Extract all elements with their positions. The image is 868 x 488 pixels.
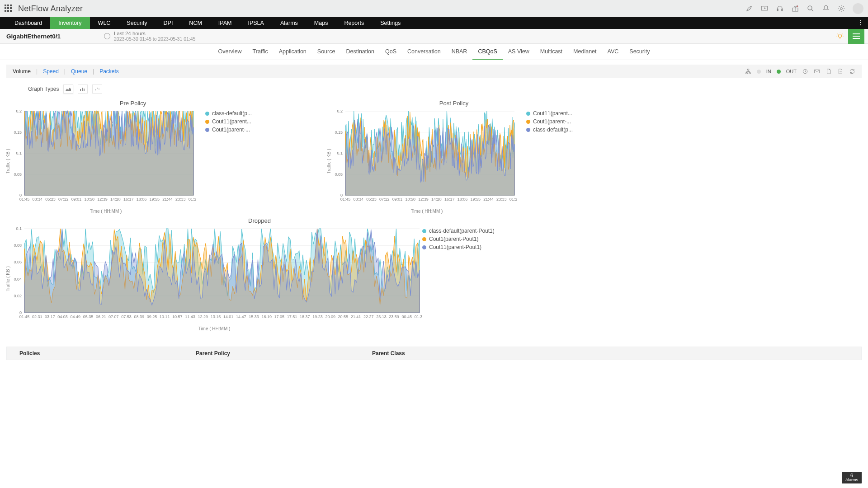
chart-post-policy: Post Policy Traffic ( KB )00.050.10.150.…: [327, 96, 580, 214]
tab-as-view[interactable]: AS View: [503, 44, 535, 60]
legend-label: Cout1(parent-Pout1): [429, 236, 478, 242]
area-chart-icon[interactable]: [63, 84, 73, 94]
chart-title: Post Policy: [327, 100, 580, 107]
toolbar-volume[interactable]: Volume: [13, 68, 31, 75]
svg-point-6: [840, 8, 843, 10]
svg-text:20:55: 20:55: [338, 314, 349, 319]
gear-icon[interactable]: [837, 5, 845, 13]
nav-ncm[interactable]: NCM: [181, 17, 210, 29]
svg-text:01:45: 01:45: [19, 314, 30, 319]
svg-text:07:53: 07:53: [121, 314, 132, 319]
legend-swatch: [422, 245, 426, 249]
legend-swatch: [526, 120, 530, 124]
svg-text:03:17: 03:17: [45, 314, 55, 319]
hierarchy-icon[interactable]: [745, 68, 751, 75]
legend-label: class-default(p...: [533, 127, 573, 133]
chart-title: Dropped: [6, 217, 513, 224]
svg-text:0.1: 0.1: [16, 226, 22, 231]
apps-grid-icon[interactable]: [5, 5, 13, 13]
gift-icon[interactable]: [791, 5, 799, 13]
tab-medianet[interactable]: Medianet: [568, 44, 602, 60]
svg-text:0.1: 0.1: [16, 151, 22, 155]
legend-item[interactable]: Cout11(parent...: [205, 118, 259, 125]
legend-swatch: [526, 112, 530, 116]
legend-label: Cout1(parent-...: [533, 118, 571, 125]
in-label: IN: [766, 69, 771, 74]
nav-wlc[interactable]: WLC: [90, 17, 119, 29]
nav-maps[interactable]: Maps: [306, 17, 336, 29]
svg-text:0.06: 0.06: [14, 260, 22, 264]
svg-text:04:03: 04:03: [57, 314, 68, 319]
col-parent-class[interactable]: Parent Class: [359, 350, 861, 357]
tab-cbqos[interactable]: CBQoS: [472, 44, 502, 60]
user-avatar[interactable]: [853, 3, 863, 14]
col-parent-policy[interactable]: Parent Policy: [183, 350, 359, 357]
tab-avc[interactable]: AVC: [602, 44, 624, 60]
toolbar-packets[interactable]: Packets: [99, 68, 119, 75]
nav-alarms[interactable]: Alarms: [272, 17, 306, 29]
svg-text:19:55: 19:55: [470, 197, 481, 202]
legend-item[interactable]: class-default(parent-Pout1): [422, 228, 513, 234]
legend-item[interactable]: Cout1(parent-...: [526, 118, 580, 125]
tab-conversation[interactable]: Conversation: [402, 44, 446, 60]
tab-nbar[interactable]: NBAR: [446, 44, 473, 60]
time-range[interactable]: Last 24 hours 2023-05-30 01:45 to 2023-0…: [104, 31, 195, 42]
svg-text:10:11: 10:11: [160, 314, 170, 319]
nav-security[interactable]: Security: [118, 17, 155, 29]
tab-application[interactable]: Application: [274, 44, 312, 60]
scatter-chart-icon[interactable]: [92, 84, 102, 94]
pdf-export-icon[interactable]: [826, 68, 832, 75]
csv-export-icon[interactable]: csv: [837, 68, 844, 75]
legend: class-default(p...Cout11(parent...Cout1(…: [205, 108, 259, 214]
nav-ipsla[interactable]: IPSLA: [240, 17, 272, 29]
nav-ipam[interactable]: IPAM: [210, 17, 240, 29]
legend-item[interactable]: Cout1(parent-Pout1): [422, 236, 513, 242]
svg-text:03:34: 03:34: [33, 197, 43, 202]
insights-icon[interactable]: [832, 29, 848, 44]
screen-icon[interactable]: [760, 5, 769, 13]
tab-security[interactable]: Security: [624, 44, 655, 60]
tab-multicast[interactable]: Multicast: [535, 44, 568, 60]
refresh-icon[interactable]: [849, 68, 855, 75]
legend-item[interactable]: class-default(p...: [205, 110, 259, 117]
svg-text:15:33: 15:33: [249, 314, 259, 319]
legend-item[interactable]: Cout11(parent...: [526, 110, 580, 117]
out-label: OUT: [786, 69, 797, 74]
interface-name: GigabitEthernet0/1: [4, 33, 63, 40]
nav-inventory[interactable]: Inventory: [50, 17, 90, 29]
svg-text:0.1: 0.1: [337, 151, 343, 155]
tab-overview[interactable]: Overview: [213, 44, 247, 60]
email-icon[interactable]: [814, 68, 820, 75]
bell-icon[interactable]: [822, 5, 830, 13]
toolbar-queue[interactable]: Queue: [71, 68, 87, 75]
svg-text:0.05: 0.05: [335, 172, 343, 177]
svg-text:0.2: 0.2: [337, 109, 343, 113]
legend-item[interactable]: Cout11(parent-Pout1): [422, 244, 513, 250]
nav-reports[interactable]: Reports: [336, 17, 372, 29]
tab-traffic[interactable]: Traffic: [247, 44, 274, 60]
tab-qos[interactable]: QoS: [380, 44, 402, 60]
schedule-icon[interactable]: [802, 68, 808, 75]
legend-item[interactable]: Cout1(parent-...: [205, 127, 259, 133]
kebab-icon[interactable]: ⋮: [858, 19, 863, 26]
search-icon[interactable]: [807, 5, 815, 13]
bar-chart-icon[interactable]: [78, 84, 88, 94]
tab-source[interactable]: Source: [312, 44, 341, 60]
rocket-icon[interactable]: [745, 5, 753, 13]
nav-settings[interactable]: Settings: [372, 17, 409, 29]
svg-rect-14: [80, 89, 81, 91]
side-menu-toggle[interactable]: [848, 29, 864, 44]
col-policies[interactable]: Policies: [7, 350, 183, 357]
legend-label: Cout11(parent...: [212, 118, 251, 125]
nav-dashboard[interactable]: Dashboard: [6, 17, 50, 29]
legend-label: class-default(parent-Pout1): [429, 228, 495, 234]
x-axis-label: Time ( HH:MM ): [327, 209, 526, 214]
legend-item[interactable]: class-default(p...: [526, 127, 580, 133]
nav-dpi[interactable]: DPI: [156, 17, 181, 29]
legend-label: Cout1(parent-...: [212, 127, 250, 133]
svg-text:07:07: 07:07: [108, 314, 119, 319]
svg-text:09:25: 09:25: [147, 314, 157, 319]
tab-destination[interactable]: Destination: [340, 44, 380, 60]
headset-icon[interactable]: [776, 5, 784, 13]
toolbar-speed[interactable]: Speed: [43, 68, 59, 75]
